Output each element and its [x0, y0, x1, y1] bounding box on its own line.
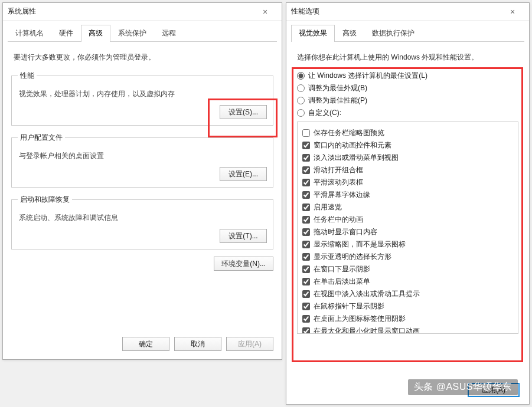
- check-item[interactable]: 在单击后淡出菜单: [302, 277, 513, 287]
- check-input[interactable]: [302, 142, 310, 149]
- startup-recovery-legend: 启动和故障恢复: [18, 195, 72, 205]
- check-item[interactable]: 显示亚透明的选择长方形: [302, 252, 513, 262]
- check-label: 保存任务栏缩略图预览: [314, 128, 384, 138]
- check-label: 滑动打开组合框: [314, 165, 363, 175]
- check-input[interactable]: [302, 278, 310, 285]
- check-label: 显示亚透明的选择长方形: [314, 252, 391, 262]
- radio-label: 让 Windows 选择计算机的最佳设置(L): [308, 71, 427, 81]
- performance-settings-button[interactable]: 设置(S)...: [220, 105, 267, 119]
- ok-button[interactable]: 确定: [122, 337, 169, 351]
- radio-input[interactable]: [297, 84, 305, 92]
- check-label: 启用速览: [314, 202, 342, 212]
- check-label: 窗口内的动画控件和元素: [314, 140, 391, 150]
- check-item[interactable]: 淡入淡出或滑动菜单到视图: [302, 153, 513, 163]
- check-item[interactable]: 启用速览: [302, 202, 513, 212]
- environment-variables-button[interactable]: 环境变量(N)...: [214, 257, 273, 271]
- check-input[interactable]: [302, 179, 310, 186]
- check-label: 在窗口下显示阴影: [314, 264, 370, 274]
- tab-computer-name[interactable]: 计算机名: [8, 25, 51, 42]
- startup-recovery-desc: 系统启动、系统故障和调试信息: [19, 213, 266, 223]
- user-profile-desc: 与登录帐户相关的桌面设置: [19, 151, 266, 161]
- check-input[interactable]: [302, 327, 310, 334]
- radio-visual-effects-option[interactable]: 让 Windows 选择计算机的最佳设置(L): [297, 71, 518, 81]
- radio-label: 自定义(C):: [308, 108, 341, 118]
- radio-label: 调整为最佳性能(P): [308, 96, 367, 106]
- perfopts-intro: 选择你想在此计算机上使用的 Windows 外观和性能设置。: [297, 52, 518, 63]
- check-item[interactable]: 平滑屏幕字体边缘: [302, 190, 513, 200]
- close-icon[interactable]: ×: [501, 7, 524, 17]
- sysprops-footer: 确定 取消 应用(A): [122, 337, 273, 351]
- sysprops-title: 系统属性: [8, 6, 253, 17]
- check-label: 平滑滚动列表框: [314, 178, 363, 188]
- check-label: 显示缩略图，而不是显示图标: [314, 239, 406, 250]
- check-input[interactable]: [302, 241, 310, 248]
- check-item[interactable]: 保存任务栏缩略图预览: [302, 128, 513, 138]
- check-label: 任务栏中的动画: [314, 215, 363, 225]
- check-label: 在单击后淡出菜单: [314, 277, 370, 287]
- tab-visual-effects[interactable]: 视觉效果: [291, 25, 335, 42]
- check-label: 淡入淡出或滑动菜单到视图: [314, 153, 399, 163]
- perfopts-apply-button[interactable]: 应用(A): [468, 383, 520, 397]
- tab-hardware[interactable]: 硬件: [51, 25, 81, 42]
- check-item[interactable]: 滑动打开组合框: [302, 165, 513, 175]
- check-input[interactable]: [302, 228, 310, 236]
- check-input[interactable]: [302, 303, 310, 310]
- performance-desc: 视觉效果，处理器计划，内存使用，以及虚拟内存: [19, 89, 266, 99]
- sysprops-tabs: 计算机名 硬件 高级 系统保护 远程: [8, 24, 277, 42]
- perfopts-title: 性能选项: [291, 6, 501, 17]
- radio-input[interactable]: [297, 109, 305, 117]
- radio-input[interactable]: [297, 72, 305, 80]
- check-input[interactable]: [302, 129, 310, 137]
- check-item[interactable]: 窗口内的动画控件和元素: [302, 140, 513, 150]
- apply-button[interactable]: 应用(A): [226, 337, 273, 351]
- tab-perf-advanced[interactable]: 高级: [335, 25, 364, 42]
- check-input[interactable]: [302, 290, 310, 298]
- user-profile-legend: 用户配置文件: [18, 133, 65, 143]
- user-profile-group: 用户配置文件 与登录帐户相关的桌面设置 设置(E)...: [11, 133, 273, 188]
- check-input[interactable]: [302, 204, 310, 211]
- check-label: 在最大化和最小化时显示窗口动画: [314, 326, 420, 334]
- check-label: 在视图中淡入淡出或滑动工具提示: [314, 289, 420, 299]
- tab-remote[interactable]: 远程: [154, 25, 184, 42]
- tab-advanced[interactable]: 高级: [81, 25, 110, 42]
- radio-visual-effects-option[interactable]: 调整为最佳性能(P): [297, 96, 518, 106]
- check-input[interactable]: [302, 253, 310, 261]
- check-input[interactable]: [302, 315, 310, 323]
- check-item[interactable]: 在鼠标指针下显示阴影: [302, 301, 513, 311]
- tab-system-protection[interactable]: 系统保护: [110, 25, 154, 42]
- check-input[interactable]: [302, 265, 310, 273]
- close-icon[interactable]: ×: [253, 7, 277, 17]
- radio-input[interactable]: [297, 97, 305, 104]
- tab-dep[interactable]: 数据执行保护: [364, 25, 422, 42]
- check-item[interactable]: 在桌面上为图标标签使用阴影: [302, 314, 513, 324]
- check-item[interactable]: 在视图中淡入淡出或滑动工具提示: [302, 289, 513, 299]
- performance-group: 性能 视觉效果，处理器计划，内存使用，以及虚拟内存 设置(S)...: [11, 71, 273, 126]
- perfopts-titlebar: 性能选项 ×: [286, 3, 529, 21]
- check-input[interactable]: [302, 216, 310, 224]
- perfopts-tabs: 视觉效果 高级 数据执行保护: [291, 24, 524, 42]
- check-label: 拖动时显示窗口内容: [314, 227, 377, 237]
- check-label: 平滑屏幕字体边缘: [314, 190, 370, 200]
- check-item[interactable]: 在窗口下显示阴影: [302, 264, 513, 274]
- startup-recovery-settings-button[interactable]: 设置(T)...: [220, 229, 267, 243]
- check-input[interactable]: [302, 166, 310, 174]
- check-label: 在桌面上为图标标签使用阴影: [314, 314, 406, 324]
- user-profile-settings-button[interactable]: 设置(E)...: [220, 167, 267, 181]
- check-item[interactable]: 拖动时显示窗口内容: [302, 227, 513, 237]
- sysprops-titlebar: 系统属性 ×: [3, 3, 282, 21]
- check-label: 在鼠标指针下显示阴影: [314, 301, 384, 311]
- check-item[interactable]: 在最大化和最小化时显示窗口动画: [302, 326, 513, 334]
- performance-options-dialog: 性能选项 × 视觉效果 高级 数据执行保护 选择你想在此计算机上使用的 Wind…: [286, 2, 530, 405]
- check-item[interactable]: 任务栏中的动画: [302, 215, 513, 225]
- radio-visual-effects-option[interactable]: 调整为最佳外观(B): [297, 83, 518, 93]
- visual-effects-checklist[interactable]: 保存任务栏缩略图预览窗口内的动画控件和元素淡入淡出或滑动菜单到视图滑动打开组合框…: [297, 122, 518, 334]
- sysprops-intro: 要进行大多数更改，你必须作为管理员登录。: [14, 52, 271, 63]
- check-item[interactable]: 平滑滚动列表框: [302, 178, 513, 188]
- check-item[interactable]: 显示缩略图，而不是显示图标: [302, 239, 513, 250]
- cancel-button[interactable]: 取消: [174, 337, 221, 351]
- radio-label: 调整为最佳外观(B): [308, 83, 367, 93]
- check-input[interactable]: [302, 191, 310, 199]
- system-properties-dialog: 系统属性 × 计算机名 硬件 高级 系统保护 远程 要进行大多数更改，你必须作为…: [2, 2, 282, 360]
- radio-visual-effects-option[interactable]: 自定义(C):: [297, 108, 518, 118]
- check-input[interactable]: [302, 154, 310, 162]
